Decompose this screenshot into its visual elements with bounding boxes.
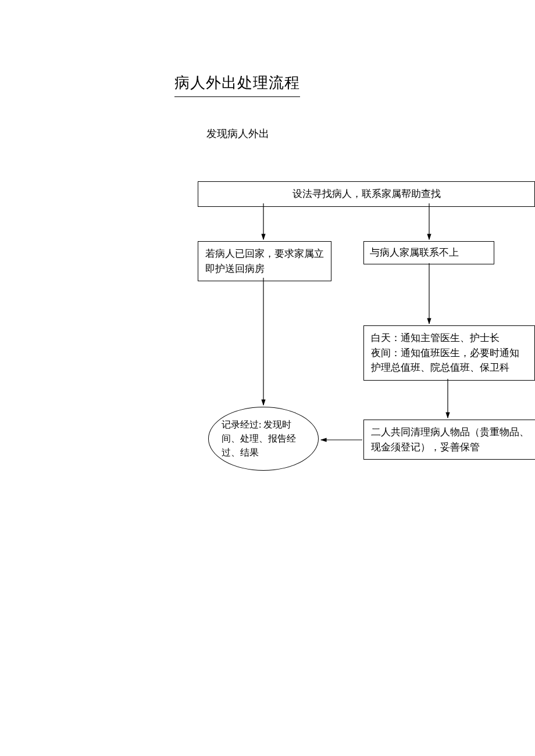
node-clean-items: 二人共同清理病人物品（贵重物品、现金须登记），妥善保管 (363, 420, 535, 460)
node-record-text: 记录经过: 发现时间、处理、报告经过、结果 (222, 418, 305, 460)
node-notify: 白天：通知主管医生、护士长 夜间：通知值班医生，必要时通知护理总值班、院总值班、… (363, 325, 535, 381)
node-record: 记录经过: 发现时间、处理、报告经过、结果 (208, 407, 319, 471)
node-search-patient: 设法寻找病人，联系家属帮助查找 (198, 181, 535, 207)
node-home: 若病人已回家，要求家属立即护送回病房 (198, 241, 331, 281)
start-node-label: 发现病人外出 (206, 127, 269, 141)
node-no-contact: 与病人家属联系不上 (363, 241, 494, 264)
diagram-title: 病人外出处理流程 (174, 73, 300, 97)
